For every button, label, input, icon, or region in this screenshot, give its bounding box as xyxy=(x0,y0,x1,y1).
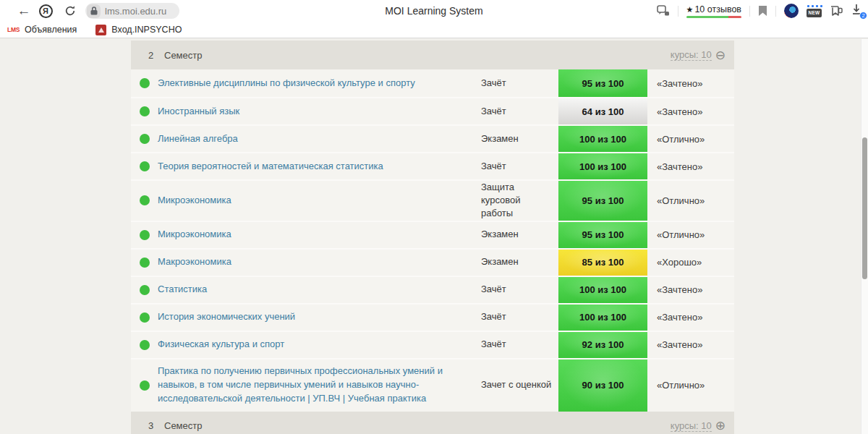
bookmark-announcements[interactable]: LMS Объявления xyxy=(7,25,77,35)
table-row: Элективные дисциплины по физической куль… xyxy=(131,69,734,97)
table-row: Практика по получению первичных професси… xyxy=(131,358,734,412)
course-status-dot xyxy=(140,230,150,240)
bookmarks-bar: LMS Объявления Вход.INPSYCHO xyxy=(0,22,868,38)
courses-count-link[interactable]: курсы: 10 xyxy=(671,49,712,61)
semester-2-header: 2 Семестр курсы: 10 ⊖ xyxy=(131,41,734,69)
course-link[interactable]: Физическая культура и спорт xyxy=(158,338,284,352)
score-badge: 100 из 100 xyxy=(558,305,647,331)
table-row: История экономических учений Зачёт 100 и… xyxy=(131,303,734,331)
score-badge: 100 из 100 xyxy=(558,277,647,303)
grade-label: «Зачтено» xyxy=(647,69,734,97)
exam-type: Экзамен xyxy=(481,126,558,152)
table-row: Статистика Зачёт 100 из 100 «Зачтено» xyxy=(131,276,734,303)
score-badge: 85 из 100 xyxy=(558,250,647,276)
course-status-dot xyxy=(140,340,150,350)
exam-type: Зачёт xyxy=(481,277,558,303)
marquee-dots xyxy=(807,5,822,7)
semester-title: Семестр xyxy=(164,420,202,431)
score-badge: 95 из 100 xyxy=(558,69,647,97)
course-link[interactable]: Макроэкономика xyxy=(158,255,231,269)
exam-type: Экзамен xyxy=(481,222,558,248)
reviews-label: ★10 отзывов xyxy=(686,4,741,14)
course-status-dot xyxy=(140,285,150,295)
grades-table: 2 Семестр курсы: 10 ⊖ Элективные дисципл… xyxy=(131,41,734,434)
table-row: Физическая культура и спорт Зачёт 92 из … xyxy=(131,331,734,358)
grade-label: «Зачтено» xyxy=(647,332,734,358)
exam-type: Зачёт xyxy=(481,332,558,358)
course-status-dot xyxy=(140,161,150,171)
lms-favicon: LMS xyxy=(7,26,20,33)
site-reviews-button[interactable]: ★10 отзывов xyxy=(686,4,741,18)
course-status-dot xyxy=(140,258,150,268)
url-text: lms.moi.edu.ru xyxy=(105,6,166,17)
new-feature-icon[interactable]: NEW xyxy=(807,5,822,17)
course-link[interactable]: Теория вероятностей и математическая ста… xyxy=(158,160,383,174)
yandex-icon: Я xyxy=(39,4,53,18)
grade-label: «Отлично» xyxy=(647,222,734,248)
vertical-scrollbar[interactable] xyxy=(861,39,868,434)
toolbar-separator xyxy=(678,6,678,17)
refresh-button[interactable] xyxy=(61,0,80,22)
score-badge: 100 из 100 xyxy=(558,153,647,179)
grade-label: «Зачтено» xyxy=(647,98,734,124)
grade-label: «Отлично» xyxy=(647,126,734,152)
course-link[interactable]: История экономических учений xyxy=(158,310,295,324)
protect-icon[interactable] xyxy=(657,5,670,17)
page-content: 2 Семестр курсы: 10 ⊖ Элективные дисципл… xyxy=(0,39,868,434)
table-row: Микроэкономика Защита курсовой работы 95… xyxy=(131,179,734,221)
collections-icon[interactable] xyxy=(830,5,843,17)
course-link[interactable]: Линейная алгебра xyxy=(158,132,238,146)
lock-icon xyxy=(87,4,101,18)
semester-number: 2 xyxy=(148,50,164,61)
bookmark-flag-icon[interactable] xyxy=(758,5,767,17)
semester-3-header: 3 Семестр курсы: 10 ⊕ xyxy=(131,412,734,434)
course-status-dot xyxy=(140,312,150,323)
course-rows: Элективные дисциплины по физической куль… xyxy=(131,69,734,412)
grade-label: «Зачтено» xyxy=(647,277,734,303)
bookmark-inpsycho-login[interactable]: Вход.INPSYCHO xyxy=(95,25,182,35)
table-row: Микроэкономика Экзамен 95 из 100 «Отличн… xyxy=(131,221,734,248)
browser-toolbar: ← Я lms.moi.edu.ru MOI Learning System xyxy=(0,0,868,22)
course-status-dot xyxy=(140,380,150,391)
grade-label: «Зачтено» xyxy=(647,305,734,331)
course-status-dot xyxy=(140,195,150,205)
score-badge: 92 из 100 xyxy=(558,332,647,358)
grade-label: «Отлично» xyxy=(647,359,734,412)
course-link[interactable]: Иностранный язык xyxy=(158,105,239,119)
score-badge: 100 из 100 xyxy=(558,126,647,152)
score-badge: 90 из 100 xyxy=(558,359,647,412)
course-link[interactable]: Практика по получению первичных професси… xyxy=(158,365,471,406)
collapse-section-icon[interactable]: ⊖ xyxy=(715,49,726,61)
course-status-dot xyxy=(140,78,150,88)
exam-type: Зачет с оценкой xyxy=(481,359,558,412)
course-link[interactable]: Элективные дисциплины по физической куль… xyxy=(158,77,415,90)
table-row: Макроэкономика Экзамен 85 из 100 «Хорошо… xyxy=(131,248,734,276)
table-row: Иностранный язык Зачёт 64 из 100 «Зачтен… xyxy=(131,97,734,124)
score-badge: 95 из 100 xyxy=(558,222,647,248)
semester-number: 3 xyxy=(148,420,164,431)
course-link[interactable]: Микроэкономика xyxy=(158,228,231,242)
back-button[interactable]: ← xyxy=(13,0,35,22)
score-badge: 95 из 100 xyxy=(558,181,647,221)
inpsycho-favicon xyxy=(95,25,106,35)
new-badge: NEW xyxy=(807,9,822,17)
expand-section-icon[interactable]: ⊕ xyxy=(715,420,726,432)
exam-type: Экзамен xyxy=(481,250,558,276)
downloads-button[interactable]: 2 xyxy=(851,3,865,19)
scrollbar-thumb[interactable] xyxy=(862,137,867,279)
table-row: Линейная алгебра Экзамен 100 из 100 «Отл… xyxy=(131,124,734,152)
yandex-home-button[interactable]: Я xyxy=(36,0,55,22)
exam-type: Зачёт xyxy=(481,69,558,97)
exam-type: Зачёт xyxy=(481,153,558,179)
refresh-icon xyxy=(64,5,76,17)
course-status-dot xyxy=(140,106,150,116)
course-link[interactable]: Статистика xyxy=(158,283,207,297)
address-bar[interactable]: lms.moi.edu.ru xyxy=(85,3,179,19)
exam-type: Защита курсовой работы xyxy=(481,181,558,221)
course-link[interactable]: Микроэкономика xyxy=(158,194,231,208)
profile-avatar[interactable] xyxy=(784,4,799,18)
grade-label: «Зачтено» xyxy=(647,153,734,179)
star-icon: ★ xyxy=(686,5,694,14)
courses-count-link[interactable]: курсы: 10 xyxy=(671,420,712,432)
toolbar-separator xyxy=(749,6,750,17)
